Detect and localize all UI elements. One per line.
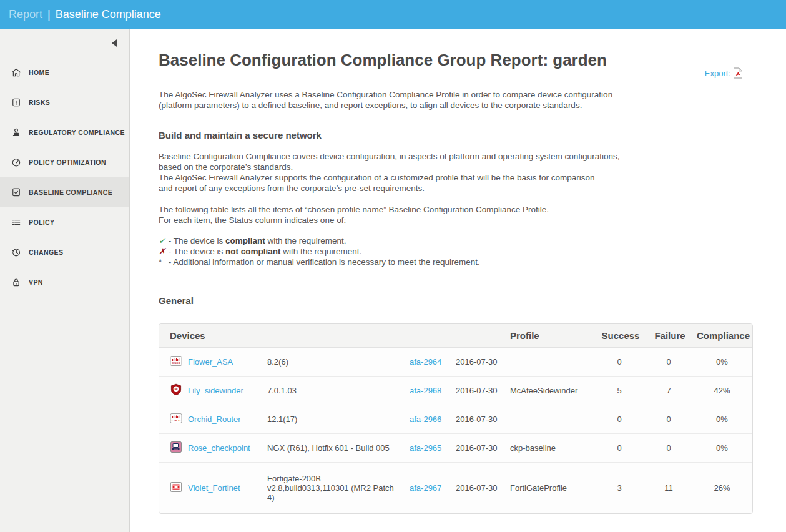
report-link[interactable]: afa-2967 [410,483,441,493]
padlock-icon [11,277,22,288]
success-count: 0 [596,347,646,376]
mcafee-icon: M [170,383,182,396]
status-legend: ✓ - The device is compliant with the req… [159,235,786,267]
sidebar-item-vpn[interactable]: VPN [0,267,129,297]
page-title: Baseline Configuration Compliance Group … [159,50,786,70]
compliance-percent: 0% [694,405,752,433]
success-count: 0 [596,405,646,433]
devices-table: Devices Profile Success Failure Complian… [159,323,753,514]
report-date: 2016-07-30 [456,347,510,376]
app-header: Report | Baseline Compliance [0,0,786,29]
col-header-failure: Failure [646,324,694,347]
profile-name: ckp-baseline [510,433,596,462]
report-link[interactable]: afa-2965 [410,443,441,453]
report-link[interactable]: afa-2966 [410,415,441,424]
device-link[interactable]: Lily_sidewinder [188,386,243,395]
col-header-profile: Profile [510,324,596,347]
pdf-icon[interactable] [733,67,743,79]
legend-not-compliant: ✗ - The device is not compliant with the… [159,246,786,257]
sidebar-item-risks[interactable]: RISKS [0,87,129,117]
sidebar-item-home[interactable]: HOME [0,57,129,87]
table-row: CISCO Orchid_Router 12.1(17) afa-2966 20… [159,405,752,433]
report-date: 2016-07-30 [456,462,510,513]
section-paragraph: Baseline Configuration Compliance covers… [159,151,786,194]
success-count: 5 [596,376,646,405]
report-link[interactable]: afa-2968 [410,386,441,395]
table-intro-paragraph: The following table lists all the items … [159,204,786,225]
device-version: 12.1(17) [267,405,410,433]
header-page-title: Baseline Compliance [56,8,161,21]
sidebar: HOME RISKS REGULATORY COMPLIANCE POLICY … [0,29,130,532]
intro-paragraph: The AlgoSec Firewall Analyzer uses a Bas… [159,89,786,111]
home-icon [11,67,22,78]
svg-text:CISCO: CISCO [172,419,180,422]
device-version: NGX (R61), Hotfix 601 - Build 005 [267,433,410,462]
section-heading-secure-network: Build and maintain a secure network [159,130,786,140]
failure-count: 11 [646,462,694,513]
clipboard-check-icon [11,187,22,198]
asterisk-icon: * [159,257,166,267]
checkpoint-icon [170,441,182,453]
compliance-percent: 0% [694,433,752,462]
cisco-asa-icon: CISCO [170,355,182,367]
col-header-report [410,324,456,347]
table-row: Rose_checkpoint NGX (R61), Hotfix 601 - … [159,433,752,462]
sidebar-item-policy-optimization[interactable]: POLICY OPTIMIZATION [0,147,129,177]
success-count: 3 [596,462,646,513]
device-link[interactable]: Flower_ASA [188,357,233,367]
list-icon [11,217,22,228]
sidebar-top [0,29,129,57]
risk-alert-icon [11,97,22,108]
cisco-router-icon: CISCO [170,412,182,425]
device-link[interactable]: Violet_Fortinet [188,483,240,493]
device-link[interactable]: Rose_checkpoint [188,443,250,453]
device-version: 7.0.1.03 [267,376,410,405]
main-content: Baseline Configuration Compliance Group … [130,29,786,532]
sidebar-item-policy[interactable]: POLICY [0,207,129,237]
table-row: M Lily_sidewinder 7.0.1.03 afa-2968 2016… [159,376,752,405]
profile-name: McAfeeSidewinder [510,376,596,405]
history-clock-icon [11,247,22,258]
legend-manual: * - Additional information or manual ver… [159,257,786,267]
compliance-percent: 0% [694,347,752,376]
device-version: Fortigate-200B v2.8,build0313,110301 (MR… [267,462,410,513]
col-header-version [267,324,410,347]
gauge-icon [11,157,22,168]
col-header-devices: Devices [159,324,267,347]
col-header-date [456,324,510,347]
app-name: Report [9,8,42,21]
report-date: 2016-07-30 [456,405,510,433]
sidebar-item-changes[interactable]: CHANGES [0,237,129,267]
export-row: Export: [705,67,743,79]
screen: Report | Baseline Compliance HOME RISKS [0,0,786,532]
device-version: 8.2(6) [267,347,410,376]
table-header-row: Devices Profile Success Failure Complian… [159,324,752,347]
chevron-left-icon [112,39,117,47]
collapse-sidebar-button[interactable] [109,38,119,48]
sidebar-item-baseline-compliance[interactable]: BASELINE COMPLIANCE [0,177,129,207]
stamp-icon [11,127,22,138]
report-link[interactable]: afa-2964 [410,357,441,367]
sidebar-nav: HOME RISKS REGULATORY COMPLIANCE POLICY … [0,57,129,297]
failure-count: 0 [646,347,694,376]
profile-name [510,405,596,433]
svg-text:CISCO: CISCO [172,362,180,365]
device-link[interactable]: Orchid_Router [188,415,241,424]
failure-count: 0 [646,433,694,462]
table-row: Violet_Fortinet Fortigate-200B v2.8,buil… [159,462,752,513]
export-link[interactable]: Export: [705,69,730,78]
svg-text:M: M [175,387,178,390]
col-header-compliance: Compliance [694,324,752,347]
legend-compliant: ✓ - The device is compliant with the req… [159,235,786,246]
compliance-percent: 42% [694,376,752,405]
sidebar-item-regulatory-compliance[interactable]: REGULATORY COMPLIANCE [0,117,129,147]
general-section-heading: General [159,295,786,306]
failure-count: 7 [646,376,694,405]
fortinet-icon [170,481,182,493]
report-date: 2016-07-30 [456,433,510,462]
failure-count: 0 [646,405,694,433]
col-header-success: Success [596,324,646,347]
profile-name: FortiGateProfile [510,462,596,513]
header-divider: | [47,8,51,21]
table-row: CISCO Flower_ASA 8.2(6) afa-2964 2016-07… [159,347,752,376]
